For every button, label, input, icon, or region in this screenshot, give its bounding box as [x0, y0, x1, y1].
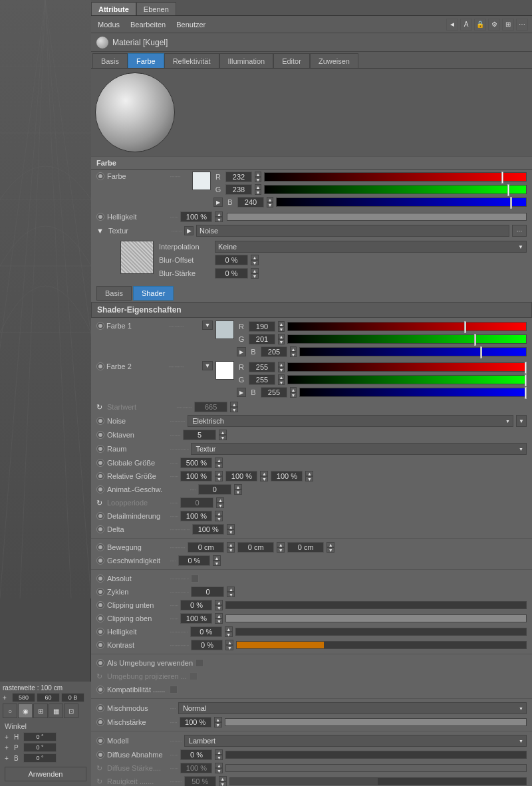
farbe2-b-expand[interactable]: ▶ [237, 388, 246, 397]
animat-up[interactable]: ▲ [234, 484, 242, 489]
sub-tab-shader[interactable]: Shader [133, 286, 174, 301]
clipping-oben-slider[interactable] [225, 614, 527, 622]
bew-x-up[interactable]: ▲ [227, 542, 235, 547]
icon-btn-2[interactable]: ◉ [18, 704, 33, 718]
main-tab-illumination[interactable]: Illumination [219, 53, 274, 68]
globale-groesse-down[interactable]: ▼ [215, 463, 223, 468]
farbe2-drop-arrow[interactable]: ▼ [202, 361, 213, 370]
b-down[interactable]: ▼ [267, 202, 273, 207]
anwenden-button[interactable]: Anwenden [5, 767, 86, 781]
startwert-input[interactable] [194, 402, 227, 412]
farbe2-b-input[interactable] [261, 387, 287, 398]
als-umgebung-radio[interactable] [96, 659, 104, 667]
textur-dropdown[interactable]: Noise [196, 225, 509, 237]
farbe1-r-bar[interactable] [287, 322, 527, 331]
helligkeit-slider[interactable] [227, 213, 527, 221]
helligkeit-radio[interactable] [96, 213, 104, 221]
globale-groesse-radio[interactable] [96, 459, 104, 467]
toolbar-modus[interactable]: Modus [95, 19, 122, 30]
more-icon[interactable]: ⋯ [516, 19, 528, 31]
delta-input[interactable] [192, 524, 224, 535]
diff-ab-up[interactable]: ▲ [215, 749, 223, 755]
b-input[interactable] [237, 197, 264, 207]
geschw-down[interactable]: ▼ [213, 561, 221, 566]
blur-offset-up[interactable]: ▲ [251, 255, 259, 260]
farbe1-r-input[interactable] [249, 321, 275, 332]
main-tab-reflektivitaet[interactable]: Reflektivität [164, 53, 219, 68]
animat-geschw-radio[interactable] [96, 485, 104, 493]
loopperiode-down[interactable]: ▼ [216, 503, 224, 508]
farbe1-b-bar[interactable] [299, 347, 527, 356]
farbe2-radio[interactable] [96, 362, 104, 370]
r-input[interactable] [225, 172, 252, 182]
farbe1-r-down[interactable]: ▼ [278, 327, 285, 332]
farbe1-g-bar[interactable] [287, 334, 527, 344]
textur-menu-btn[interactable]: ··· [512, 225, 527, 237]
misch-down[interactable]: ▼ [214, 722, 222, 727]
shader-helligkeit-radio[interactable] [96, 628, 104, 636]
farbe1-g-input[interactable] [249, 334, 275, 344]
main-tab-basis[interactable]: Basis [92, 53, 128, 68]
farbe1-r-up[interactable]: ▲ [278, 321, 285, 327]
farbe2-r-up[interactable]: ▲ [278, 362, 285, 367]
farbe2-r-down[interactable]: ▼ [278, 367, 285, 372]
geschwindigkeit-radio[interactable] [96, 557, 104, 565]
loopperiode-up[interactable]: ▲ [216, 497, 224, 503]
x-input[interactable] [12, 693, 35, 702]
clip-oben-up[interactable]: ▲ [215, 613, 223, 618]
mischmodus-radio[interactable] [96, 704, 104, 712]
farbe2-b-up[interactable]: ▲ [290, 387, 297, 392]
g-up[interactable]: ▲ [255, 184, 261, 190]
clipping-unten-radio[interactable] [96, 601, 104, 609]
kontrast-up[interactable]: ▲ [225, 640, 233, 645]
forward-icon[interactable]: A [460, 19, 472, 31]
geschw-up[interactable]: ▲ [213, 555, 221, 561]
blur-staerke-up[interactable]: ▲ [251, 268, 259, 273]
farbe1-b-input[interactable] [261, 346, 287, 357]
interpolation-dropdown[interactable]: Keine ▼ [215, 241, 527, 253]
rel-z-up[interactable]: ▲ [305, 471, 313, 476]
r-bar[interactable] [264, 172, 527, 182]
diffuse-abnahme-input[interactable] [180, 749, 212, 760]
rauigkeit-input[interactable] [184, 776, 216, 786]
main-tab-farbe[interactable]: Farbe [128, 53, 164, 68]
helligkeit-down[interactable]: ▼ [215, 217, 223, 222]
clip-unten-down[interactable]: ▼ [215, 605, 223, 610]
relative-groesse-radio[interactable] [96, 472, 104, 480]
blur-offset-input[interactable] [215, 255, 248, 265]
noise-dropdown[interactable]: Elektrisch [188, 415, 513, 427]
absolut-radio[interactable] [96, 575, 104, 583]
detailminderung-input[interactable] [180, 511, 212, 521]
noise-mini-btn[interactable]: ▼ [516, 415, 527, 427]
helligkeit-up[interactable]: ▲ [215, 211, 223, 217]
blur-offset-down[interactable]: ▼ [251, 260, 259, 265]
farbe2-g-down[interactable]: ▼ [278, 380, 285, 385]
rel-z-down[interactable]: ▼ [305, 476, 313, 481]
shader-helligkeit-slider[interactable] [235, 628, 527, 636]
main-tab-editor[interactable]: Editor [273, 53, 310, 68]
helligkeit-input[interactable] [180, 211, 212, 222]
startwert-up[interactable]: ▲ [230, 402, 238, 407]
als-umgebung-checkbox[interactable] [196, 659, 203, 667]
diffuse-staerke-input[interactable] [180, 763, 212, 773]
mischmodus-dropdown[interactable]: Normal [178, 702, 527, 714]
relative-groesse-y-input[interactable] [225, 471, 257, 481]
farbe1-color-swatch[interactable] [215, 321, 234, 339]
r-up[interactable]: ▲ [255, 172, 261, 177]
bewegung-z-input[interactable] [287, 542, 324, 553]
sh-hell-up[interactable]: ▲ [225, 626, 233, 632]
b-expand[interactable]: ▶ [213, 197, 223, 207]
oktaven-input[interactable] [183, 430, 216, 440]
clipping-oben-input[interactable] [180, 613, 212, 624]
sh-hell-down[interactable]: ▼ [225, 632, 233, 637]
icon-btn-3[interactable]: ⊞ [33, 704, 48, 718]
toolbar-bearbeiten[interactable]: Bearbeiten [128, 19, 168, 30]
bew-y-down[interactable]: ▼ [277, 547, 285, 553]
loopperiode-input[interactable] [180, 497, 213, 508]
noise-radio[interactable] [96, 417, 104, 425]
lock-icon[interactable]: 🔒 [474, 19, 486, 31]
diff-ab-down[interactable]: ▼ [215, 755, 223, 760]
modell-dropdown[interactable]: Lambert [184, 735, 527, 747]
bew-z-down[interactable]: ▼ [327, 547, 334, 553]
farbe1-b-up[interactable]: ▲ [290, 346, 297, 352]
